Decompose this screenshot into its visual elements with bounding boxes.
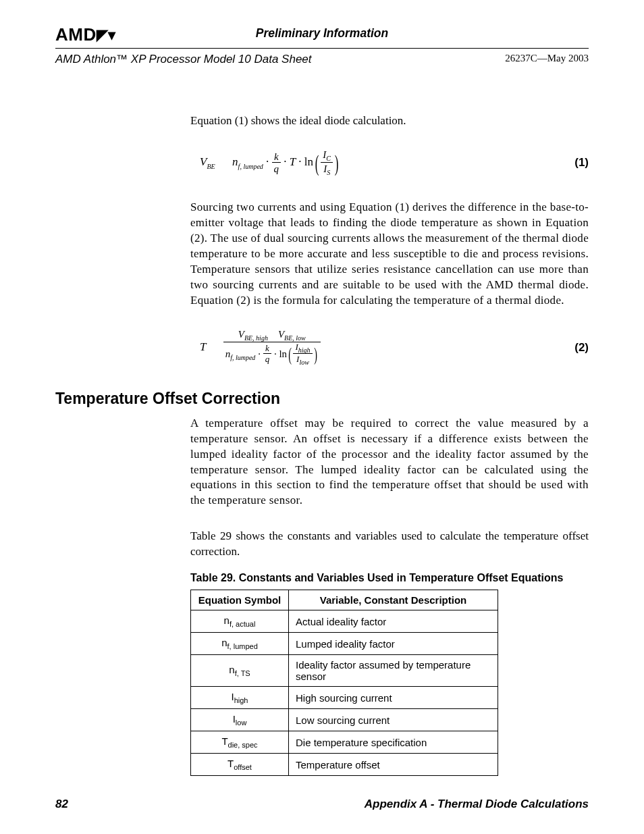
eq1-vbe-var: V — [200, 155, 207, 168]
eq1-n-sub: f, lumped — [238, 163, 263, 170]
equation-2-expression: T VBE, high VBE, low nf, lumped · k q · — [200, 329, 321, 367]
eq1-Is-sub: S — [327, 169, 330, 176]
table-row: nf, lumpedLumped ideality factor — [191, 633, 498, 655]
table-row: IhighHigh sourcing current — [191, 687, 498, 709]
main-body: Equation (1) shows the ideal diode calcu… — [190, 113, 589, 367]
eq1-kq-fraction: k q — [272, 151, 281, 176]
eq1-k: k — [272, 151, 281, 163]
symbol-cell: Ilow — [191, 709, 289, 731]
header-rule — [55, 48, 589, 49]
paragraph-table-intro: Table 29 shows the constants and variabl… — [190, 529, 589, 560]
eq2-T: T — [200, 340, 206, 353]
eq1-n-var: n — [232, 155, 238, 168]
section-body: A temperature offset may be required to … — [190, 416, 589, 777]
amd-logo-text: AMD — [55, 24, 97, 45]
document-title: AMD Athlon™ XP Processor Model 10 Data S… — [55, 53, 312, 66]
eq2-Vl: V — [278, 329, 284, 340]
description-cell: Lumped ideality factor — [289, 633, 498, 655]
paragraph-offset-intro: A temperature offset may be required to … — [190, 416, 589, 509]
preliminary-banner: Preliminary Information — [256, 26, 388, 41]
paragraph-eq1-desc: Sourcing two currents and using Equation… — [190, 200, 589, 309]
eq2-k: k — [263, 344, 272, 354]
eq1-ln: ln — [304, 155, 313, 168]
symbol-cell: Ihigh — [191, 687, 289, 709]
eq1-Ic-sub: C — [326, 155, 331, 162]
description-cell: Die temperature specification — [289, 731, 498, 754]
eq1-vbe-sub: BE — [207, 163, 215, 170]
amd-logo-arrow-icon: ◤▾ — [97, 26, 116, 43]
eq2-Vh-sub: BE, high — [244, 334, 268, 342]
description-cell: Ideality factor assumed by temperature s… — [289, 655, 498, 687]
description-cell: High sourcing current — [289, 687, 498, 709]
equation-1-expression: VBE nf, lumped · k q · T · ln( IC IS ) — [200, 149, 340, 177]
eq2-kq-fraction: k q — [263, 344, 272, 365]
eq2-Vl-sub: BE, low — [284, 334, 306, 342]
eq1-q: q — [272, 163, 281, 175]
table-row: ToffsetTemperature offset — [191, 754, 498, 776]
equation-1-number: (1) — [574, 156, 589, 170]
document-reference: 26237C—May 2003 — [505, 53, 589, 64]
table-header-symbol: Equation Symbol — [191, 590, 289, 610]
eq2-main-fraction: VBE, high VBE, low nf, lumped · k q · ln… — [223, 329, 321, 367]
page-footer: 82 Appendix A - Thermal Diode Calculatio… — [55, 798, 589, 811]
table-header-row: Equation Symbol Variable, Constant Descr… — [191, 590, 498, 610]
eq1-T: T — [290, 155, 296, 168]
paragraph-intro: Equation (1) shows the ideal diode calcu… — [190, 113, 589, 129]
description-cell: Temperature offset — [289, 754, 498, 776]
table-row: nf, TSIdeality factor assumed by tempera… — [191, 655, 498, 687]
page-number: 82 — [55, 798, 68, 811]
eq2-q: q — [263, 354, 272, 365]
eq2-Il-sub: low — [299, 359, 308, 366]
equation-2-number: (2) — [574, 341, 589, 355]
description-cell: Actual ideality factor — [289, 610, 498, 633]
eq2-n-sub: f, lumped — [230, 353, 255, 361]
eq1-current-fraction: IC IS — [321, 149, 333, 177]
symbol-cell: nf, lumped — [191, 633, 289, 655]
appendix-label: Appendix A - Thermal Diode Calculations — [365, 798, 589, 811]
eq2-Ih-sub: high — [298, 346, 311, 353]
symbol-cell: nf, TS — [191, 655, 289, 687]
section-heading-temperature-offset: Temperature Offset Correction — [55, 390, 589, 408]
table-row: nf, actualActual ideality factor — [191, 610, 498, 633]
table-29: Equation Symbol Variable, Constant Descr… — [190, 590, 498, 776]
eq2-current-fraction: Ihigh Ilow — [293, 342, 312, 367]
eq2-Vh: V — [238, 329, 244, 340]
symbol-cell: Tdie, spec — [191, 731, 289, 754]
page-header: AMD◤▾ Preliminary Information AMD Athlon… — [55, 24, 589, 66]
table-header-description: Variable, Constant Description — [289, 590, 498, 610]
equation-1: VBE nf, lumped · k q · T · ln( IC IS ) (… — [200, 149, 589, 177]
amd-logo: AMD◤▾ — [55, 24, 116, 45]
description-cell: Low sourcing current — [289, 709, 498, 731]
table-row: Tdie, specDie temperature specification — [191, 731, 498, 754]
table-row: IlowLow sourcing current — [191, 709, 498, 731]
equation-2: T VBE, high VBE, low nf, lumped · k q · — [200, 329, 589, 367]
header-title-row: AMD Athlon™ XP Processor Model 10 Data S… — [55, 53, 589, 66]
symbol-cell: Toffset — [191, 754, 289, 776]
table-29-caption: Table 29. Constants and Variables Used i… — [190, 572, 589, 584]
eq2-ln: ln — [279, 348, 287, 359]
symbol-cell: nf, actual — [191, 610, 289, 633]
